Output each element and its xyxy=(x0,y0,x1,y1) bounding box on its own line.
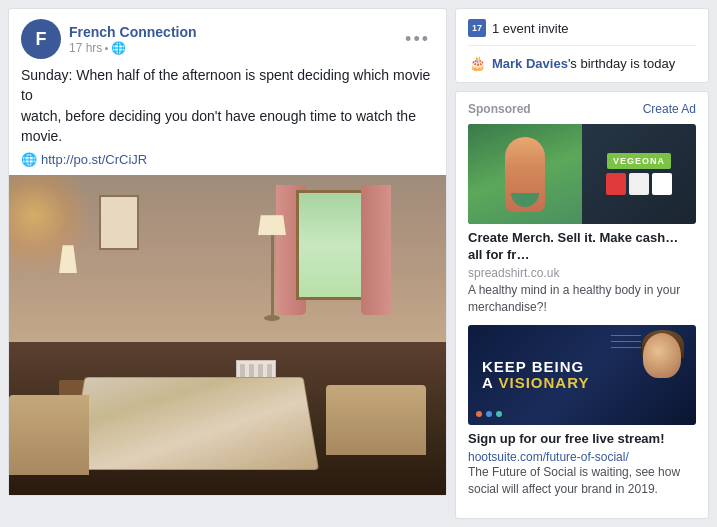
post-card: F French Connection 17 hrs 🌐 ••• xyxy=(8,8,447,496)
ad1-domain[interactable]: spreadshirt.co.uk xyxy=(468,266,696,280)
ad2-decorative-lines xyxy=(611,335,641,375)
post-text: Sunday: When half of the afternoon is sp… xyxy=(21,65,434,146)
sponsored-label: Sponsored xyxy=(468,102,531,116)
post-meta: French Connection 17 hrs 🌐 xyxy=(69,23,197,55)
ad2-title[interactable]: Sign up for our free live stream! xyxy=(468,431,696,448)
wall-art xyxy=(99,195,139,250)
ad2-text-block: KEEP BEING A VISIONARY xyxy=(468,349,603,402)
ad1-left-panel xyxy=(468,124,582,224)
birthday-icon: 🎂 xyxy=(468,54,486,72)
ad2-visionary-text: A VISIONARY xyxy=(482,375,589,392)
post-body: Sunday: When half of the afternoon is sp… xyxy=(9,65,446,175)
dot-teal xyxy=(496,411,502,417)
main-feed: F French Connection 17 hrs 🌐 ••• xyxy=(8,8,447,519)
post-link[interactable]: 🌐 http://po.st/CrCiJR xyxy=(21,152,434,167)
rug xyxy=(69,377,319,470)
ad2-image[interactable]: KEEP BEING A VISIONARY xyxy=(468,325,696,425)
birthday-text: Mark Davies's birthday is today xyxy=(492,56,675,71)
time-separator xyxy=(105,47,108,50)
events-widget: 17 1 event invite 🎂 Mark Davies's birthd… xyxy=(455,8,709,83)
floor-lamp xyxy=(258,215,286,321)
ad1-bowl xyxy=(511,193,539,207)
sidebar: 17 1 event invite 🎂 Mark Davies's birthd… xyxy=(455,8,709,519)
lamp-shade xyxy=(258,215,286,235)
sponsored-widget: Sponsored Create Ad VEGEONA xyxy=(455,91,709,519)
lamp-base xyxy=(264,315,280,321)
ad2-dot-decorations xyxy=(476,411,502,417)
post-header: F French Connection 17 hrs 🌐 ••• xyxy=(9,9,446,65)
ad2-line xyxy=(611,341,641,342)
ad2-description: The Future of Social is waiting, see how… xyxy=(468,464,696,498)
wall-lamp-body xyxy=(59,245,77,273)
ad1-person xyxy=(505,137,545,212)
ad-card-1: VEGEONA Create Merch. Sell it. Make cash… xyxy=(468,124,696,315)
ad1-products xyxy=(606,173,672,195)
ad2-keep-text: KEEP BEING xyxy=(482,359,589,376)
ad1-right-panel: VEGEONA xyxy=(582,124,696,224)
ad2-person-head xyxy=(643,333,681,378)
room-scene xyxy=(9,175,446,495)
curtain-right xyxy=(361,185,391,315)
dot-blue xyxy=(486,411,492,417)
post-author[interactable]: French Connection xyxy=(69,23,197,41)
create-ad-link[interactable]: Create Ad xyxy=(643,102,696,116)
divider xyxy=(468,45,696,46)
dot-orange xyxy=(476,411,482,417)
event-icon: 17 xyxy=(468,19,486,37)
ad1-image[interactable]: VEGEONA xyxy=(468,124,696,224)
room-window xyxy=(296,190,366,300)
event-invite-row[interactable]: 17 1 event invite xyxy=(468,19,696,37)
birthday-row: 🎂 Mark Davies's birthday is today xyxy=(468,54,696,72)
sofa-left xyxy=(9,395,89,475)
ad2-domain[interactable]: hootsuite.com/future-of-social/ xyxy=(468,450,696,464)
ad1-description: A healthy mind in a healthy body in your… xyxy=(468,282,696,316)
lamp-pole xyxy=(271,235,274,315)
more-options-button[interactable]: ••• xyxy=(401,25,434,54)
ad1-bottle-white xyxy=(629,173,649,195)
vegeona-logo: VEGEONA xyxy=(607,153,671,169)
post-time: 17 hrs 🌐 xyxy=(69,41,197,55)
sponsored-header: Sponsored Create Ad xyxy=(468,102,696,116)
avatar[interactable]: F xyxy=(21,19,61,59)
ad2-line xyxy=(611,347,641,348)
ad1-title[interactable]: Create Merch. Sell it. Make cash… all fo… xyxy=(468,230,696,264)
ad1-tshirt-red xyxy=(606,173,626,195)
post-header-left: F French Connection 17 hrs 🌐 xyxy=(21,19,197,59)
post-image xyxy=(9,175,446,495)
ad2-line xyxy=(611,335,641,336)
ad-card-2: KEEP BEING A VISIONARY xyxy=(468,325,696,497)
ad1-tshirt-white xyxy=(652,173,672,195)
sofa-right xyxy=(326,385,426,455)
wall-lamp xyxy=(49,235,99,295)
